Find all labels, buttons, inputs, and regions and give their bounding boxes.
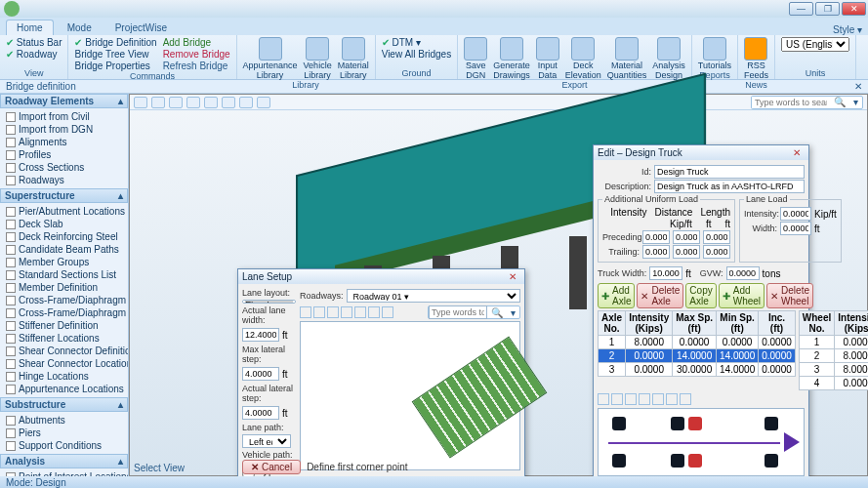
- lane-tool-icon[interactable]: [341, 306, 352, 318]
- diag-tool-icon[interactable]: [666, 393, 678, 405]
- diag-tool-icon[interactable]: [680, 393, 691, 405]
- prec-len[interactable]: [703, 230, 730, 244]
- window-close[interactable]: ✕: [842, 2, 866, 16]
- tree-item[interactable]: Pier/Abutment Locations: [0, 205, 128, 218]
- add-axle-button[interactable]: ✚Add Axle: [598, 283, 635, 308]
- export-btn[interactable]: Analysis Design: [652, 61, 685, 80]
- wheel-table[interactable]: Wheel No.Intensity (Kips)Position (ft) 1…: [799, 310, 868, 390]
- lane-tool-icon[interactable]: [354, 306, 366, 318]
- lane-search-input[interactable]: [429, 305, 487, 319]
- tool-rotate-icon[interactable]: [151, 97, 165, 108]
- cmd-bridge-props[interactable]: Bridge Properties: [74, 61, 156, 71]
- roadway-select[interactable]: Roadway 01 ▾: [347, 289, 520, 303]
- collapse-icon[interactable]: ▴: [118, 456, 123, 467]
- export-icon[interactable]: [500, 37, 523, 61]
- prec-dist[interactable]: [673, 230, 700, 244]
- tree-item[interactable]: Appurtenance Locations: [0, 383, 128, 395]
- search-input[interactable]: [752, 97, 830, 108]
- cmd-remove-bridge[interactable]: Remove Bridge: [163, 49, 230, 60]
- tree-item[interactable]: Deck Reinforcing Steel: [0, 230, 128, 243]
- tree-item[interactable]: Candidate Beam Paths: [0, 243, 128, 256]
- appurtenance-lib[interactable]: Appurtenance Library: [243, 61, 298, 80]
- tree-item[interactable]: Alignments: [0, 136, 128, 148]
- collapse-icon[interactable]: ▴: [118, 190, 123, 201]
- material-lib[interactable]: Material Library: [338, 61, 369, 80]
- cmd-refresh-bridge[interactable]: Refresh Bridge: [163, 61, 230, 71]
- window-minimize[interactable]: —: [789, 2, 813, 16]
- tree-item[interactable]: Abutments: [0, 414, 128, 427]
- gvw-input[interactable]: [726, 266, 760, 280]
- rss-feeds[interactable]: RSS Feeds: [744, 61, 768, 80]
- dtm-dropdown[interactable]: DTM ▾: [382, 37, 452, 48]
- export-btn[interactable]: Material Quantities: [607, 61, 647, 80]
- actual-lane-width[interactable]: [242, 328, 279, 342]
- panel-header-analysis[interactable]: Analysis▴: [0, 454, 128, 468]
- export-icon[interactable]: [657, 37, 681, 61]
- tree-item[interactable]: Shear Connector Definition: [0, 345, 128, 357]
- tool-ptr-icon[interactable]: [134, 97, 147, 108]
- tree-item[interactable]: Support Conditions: [0, 439, 128, 452]
- cmd-bridge-def[interactable]: Bridge Definition: [74, 37, 156, 48]
- tree-item[interactable]: Deck Slab: [0, 218, 128, 230]
- search-dropdown-icon[interactable]: ▾: [849, 97, 862, 107]
- add-wheel-button[interactable]: ✚Add Wheel: [719, 283, 765, 308]
- search-icon[interactable]: 🔍: [830, 97, 849, 107]
- tutorials-icon[interactable]: [703, 37, 726, 61]
- diag-tool-icon[interactable]: [652, 393, 664, 405]
- window-maximize[interactable]: ❐: [815, 2, 840, 16]
- axle-table[interactable]: Axle No.Intensity (Kips)Max Sp. (ft)Min …: [598, 310, 796, 377]
- lane-tool-icon[interactable]: [313, 306, 325, 318]
- tree-item[interactable]: Cross Sections: [0, 161, 128, 174]
- tree-item[interactable]: Roadways: [0, 174, 128, 186]
- tree-item[interactable]: Cross-Frame/Diaphragm Locations: [0, 306, 128, 319]
- units-select[interactable]: US (English): [781, 37, 849, 52]
- copy-axle-button[interactable]: Copy Axle: [685, 283, 716, 308]
- delete-axle-button[interactable]: ✕Delete Axle: [637, 283, 683, 308]
- export-btn[interactable]: Generate Drawings: [493, 61, 530, 80]
- tree-item[interactable]: Member Groups: [0, 256, 128, 268]
- style-dropdown[interactable]: Style ▾: [833, 24, 862, 35]
- lane-cancel-button[interactable]: ✕Cancel: [242, 460, 301, 474]
- truck-width[interactable]: [649, 266, 682, 280]
- tree-item[interactable]: Profiles: [0, 148, 128, 161]
- tab-mode[interactable]: Mode: [58, 20, 102, 35]
- trail-dist[interactable]: [673, 245, 700, 259]
- tool-zoom-icon[interactable]: [204, 97, 218, 108]
- export-icon[interactable]: [464, 37, 487, 61]
- lane-path-select[interactable]: Left edge of deck ▾: [242, 434, 291, 448]
- tree-item[interactable]: Stiffener Locations: [0, 332, 128, 345]
- lane-tool-icon[interactable]: [368, 306, 380, 318]
- lane-close-icon[interactable]: ✕: [505, 271, 520, 282]
- lane-tool-icon[interactable]: [382, 306, 393, 318]
- lane-search-icon[interactable]: 🔍: [487, 307, 507, 318]
- tree-item[interactable]: Import from Civil: [0, 110, 128, 123]
- tree-item[interactable]: Shear Connector Locations: [0, 357, 128, 370]
- diag-tool-icon[interactable]: [598, 393, 609, 405]
- lane-tool-icon[interactable]: [300, 306, 311, 318]
- tree-item[interactable]: Member Definition: [0, 281, 128, 294]
- export-icon[interactable]: [571, 37, 595, 61]
- lane-layout-list[interactable]: Fixed Mirrored Floating: [242, 300, 296, 304]
- chk-roadway[interactable]: Roadway: [6, 49, 62, 60]
- lane-setup-window[interactable]: Lane Setup✕ Lane layout: Fixed Mirrored …: [237, 268, 525, 478]
- material-lib-icon[interactable]: [342, 37, 365, 61]
- export-btn[interactable]: Input Data: [538, 61, 558, 80]
- tool-shade-icon[interactable]: [257, 97, 270, 108]
- export-icon[interactable]: [615, 37, 639, 61]
- panel-header-super[interactable]: Superstructure▴: [0, 188, 128, 203]
- tree-item[interactable]: Standard Sections List: [0, 268, 128, 281]
- cmd-bridge-tree[interactable]: Bridge Tree View: [74, 49, 156, 60]
- tool-pan-icon[interactable]: [169, 97, 183, 108]
- lane-search-dd-icon[interactable]: ▾: [507, 307, 519, 318]
- delete-wheel-button[interactable]: ✕Delete Wheel: [766, 283, 813, 308]
- trail-len[interactable]: [703, 245, 730, 259]
- chk-status-bar[interactable]: Status Bar: [6, 37, 62, 48]
- export-btn[interactable]: Deck Elevation: [565, 61, 601, 80]
- diag-tool-icon[interactable]: [611, 393, 623, 405]
- ll-intensity[interactable]: [780, 207, 811, 221]
- lane-plan-view[interactable]: [300, 321, 520, 470]
- collapse-icon[interactable]: ▴: [118, 96, 123, 106]
- panel-header-sub[interactable]: Substructure▴: [0, 397, 128, 412]
- search-box[interactable]: 🔍 ▾: [751, 96, 863, 109]
- tab-home[interactable]: Home: [6, 20, 54, 35]
